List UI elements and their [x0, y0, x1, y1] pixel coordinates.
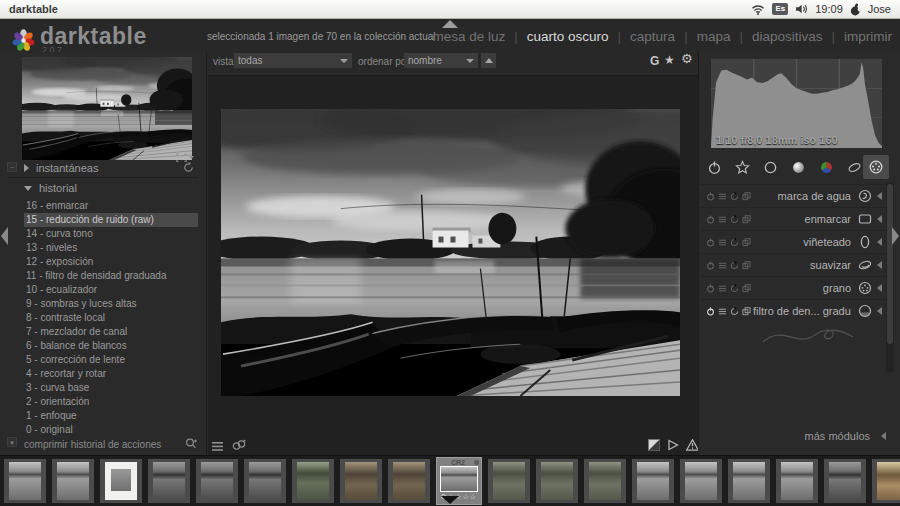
- module-label[interactable]: enmarcar: [753, 213, 851, 225]
- navigation-preview[interactable]: [22, 57, 192, 160]
- filmstrip-thumbnail[interactable]: [824, 459, 866, 503]
- history-item[interactable]: 4 - recortar y rotar: [24, 367, 198, 381]
- history-item[interactable]: 13 - niveles: [24, 241, 198, 255]
- filmstrip-thumbnail[interactable]: [244, 459, 286, 503]
- group-effect-active[interactable]: [863, 155, 889, 179]
- module-reset-icon[interactable]: [729, 283, 739, 293]
- module-row[interactable]: filtro de den... graduada: [699, 299, 886, 322]
- module-reset-icon[interactable]: [729, 260, 739, 270]
- module-row[interactable]: viñeteado: [699, 230, 886, 253]
- history-item[interactable]: 7 - mezclador de canal: [24, 325, 198, 339]
- module-reset-icon[interactable]: [729, 306, 739, 316]
- volume-icon[interactable]: [795, 4, 808, 14]
- preferences-gear-icon[interactable]: ⚙: [681, 52, 693, 66]
- module-label[interactable]: suavizar: [753, 259, 851, 271]
- main-image[interactable]: [221, 109, 680, 396]
- softproof-icon[interactable]: [667, 437, 679, 455]
- history-item[interactable]: 9 - sombras y luces altas: [24, 297, 198, 311]
- module-instances-icon[interactable]: [741, 237, 751, 247]
- module-presets-icon[interactable]: [717, 191, 727, 201]
- module-row[interactable]: grano: [699, 276, 886, 299]
- module-power-icon[interactable]: [705, 237, 715, 247]
- history-item[interactable]: 6 - balance de blancos: [24, 339, 198, 353]
- module-instances-icon[interactable]: [741, 283, 751, 293]
- filmstrip-thumbnail[interactable]: [196, 459, 238, 503]
- sort-dropdown[interactable]: nombre: [404, 53, 478, 68]
- module-row[interactable]: enmarcar: [699, 207, 886, 230]
- group-tone-icon[interactable]: [789, 158, 807, 176]
- overexposure-warning-icon[interactable]: [648, 437, 660, 455]
- module-power-icon[interactable]: [705, 283, 715, 293]
- history-item[interactable]: 5 - corrección de lente: [24, 353, 198, 367]
- overlays-star-icon[interactable]: ★: [664, 53, 675, 67]
- module-row[interactable]: suavizar: [699, 253, 886, 276]
- view-tab[interactable]: mesa de luz: [432, 29, 505, 44]
- module-power-icon[interactable]: [705, 260, 715, 270]
- history-item[interactable]: 15 - reducción de ruido (raw): [24, 213, 198, 227]
- collection-filter-dropdown[interactable]: todas: [234, 53, 352, 68]
- scrollbar-thumb[interactable]: [887, 184, 893, 344]
- create-style-icon[interactable]: [185, 438, 198, 451]
- keyboard-layout-indicator[interactable]: Es: [772, 3, 788, 15]
- bottom-panel-expander[interactable]: [441, 496, 459, 504]
- module-reset-icon[interactable]: [729, 237, 739, 247]
- group-basic-icon[interactable]: [761, 158, 779, 176]
- left-panel-collapse-arrow[interactable]: [1, 227, 8, 245]
- more-modules-button[interactable]: más módulos: [699, 430, 886, 442]
- filmstrip-thumbnail[interactable]: [680, 459, 722, 503]
- filmstrip-thumbnail[interactable]: [488, 459, 530, 503]
- filmstrip-thumbnail[interactable]: [340, 459, 382, 503]
- history-item[interactable]: 16 - enmarcar: [24, 199, 198, 213]
- history-section-header[interactable]: historial: [24, 181, 194, 195]
- filmstrip-thumbnail[interactable]: [388, 459, 430, 503]
- history-item[interactable]: 11 - filtro de densidad graduada: [24, 269, 198, 283]
- module-instances-icon[interactable]: [741, 306, 751, 316]
- module-scrollbar[interactable]: [886, 182, 894, 372]
- module-instances-icon[interactable]: [741, 214, 751, 224]
- module-row[interactable]: marca de agua: [699, 184, 886, 207]
- module-label[interactable]: viñeteado: [753, 236, 851, 248]
- history-item[interactable]: 3 - curva base: [24, 381, 198, 395]
- view-tab[interactable]: cuarto oscuro: [527, 29, 609, 44]
- snapshots-section-header[interactable]: instantáneas: [24, 161, 194, 175]
- module-collapse-arrow[interactable]: [877, 215, 882, 223]
- snapshot-reset-icon[interactable]: [183, 162, 194, 175]
- history-item[interactable]: 14 - curva tono: [24, 227, 198, 241]
- view-tab[interactable]: imprimir: [844, 29, 892, 44]
- module-power-icon[interactable]: [705, 214, 715, 224]
- panel-scroll-down-button[interactable]: ▾: [7, 437, 17, 447]
- wifi-icon[interactable]: [751, 4, 765, 15]
- group-correct-icon[interactable]: [845, 158, 863, 176]
- module-collapse-arrow[interactable]: [877, 238, 882, 246]
- history-item[interactable]: 12 - exposición: [24, 255, 198, 269]
- filmstrip-thumbnail[interactable]: [292, 459, 334, 503]
- module-power-icon[interactable]: [705, 191, 715, 201]
- filmstrip-thumbnail[interactable]: [584, 459, 626, 503]
- group-color-icon[interactable]: [817, 158, 835, 176]
- filmstrip-thumbnail[interactable]: [4, 459, 46, 503]
- presets-menu-icon[interactable]: [212, 437, 223, 455]
- filmstrip-thumbnail[interactable]: [52, 459, 94, 503]
- filmstrip-thumbnail[interactable]: [776, 459, 818, 503]
- group-active-modules-icon[interactable]: [705, 158, 723, 176]
- history-item[interactable]: 2 - orientación: [24, 395, 198, 409]
- module-collapse-arrow[interactable]: [877, 307, 882, 315]
- apple-icon[interactable]: [850, 3, 861, 16]
- module-collapse-arrow[interactable]: [877, 192, 882, 200]
- module-presets-icon[interactable]: [717, 283, 727, 293]
- module-collapse-arrow[interactable]: [877, 261, 882, 269]
- filmstrip-thumbnail[interactable]: [100, 459, 142, 503]
- right-panel-collapse-arrow[interactable]: [892, 227, 899, 245]
- module-presets-icon[interactable]: [717, 306, 727, 316]
- module-presets-icon[interactable]: [717, 214, 727, 224]
- view-tab[interactable]: captura: [630, 29, 675, 44]
- compress-history-button[interactable]: comprimir historial de acciones: [24, 438, 198, 451]
- duplicate-preview-icon[interactable]: [232, 437, 246, 455]
- history-item[interactable]: 1 - enfoque: [24, 409, 198, 423]
- history-item[interactable]: 10 - ecualizador: [24, 283, 198, 297]
- filmstrip-thumbnail[interactable]: [632, 459, 674, 503]
- group-favorites-icon[interactable]: [733, 158, 751, 176]
- module-collapse-arrow[interactable]: [877, 284, 882, 292]
- clock[interactable]: 19:09: [815, 3, 843, 15]
- filmstrip-thumbnail[interactable]: [148, 459, 190, 503]
